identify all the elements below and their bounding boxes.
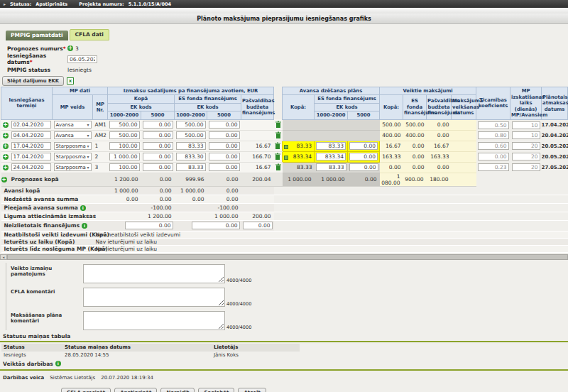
- laiks-input[interactable]: [512, 142, 540, 150]
- vm-pasv-value: 0.00: [427, 130, 452, 141]
- neizlietotais-kopa-input[interactable]: [125, 222, 173, 229]
- koef-input[interactable]: [478, 142, 509, 150]
- termins-input[interactable]: [11, 142, 51, 150]
- k1-input[interactable]: [109, 131, 140, 139]
- vm-kopa-value: 0.00: [380, 162, 403, 173]
- add-row-icon[interactable]: +: [3, 133, 9, 138]
- info-icon[interactable]: i: [80, 205, 86, 211]
- add-row-icon[interactable]: +: [3, 165, 9, 170]
- slept-dalijumu-ekk-button[interactable]: Slēpt dalījumu EKK: [2, 76, 64, 86]
- vm-kopa-value: 1 080.00: [380, 173, 403, 186]
- laiks-input[interactable]: [512, 121, 540, 129]
- table-summary: + Prognozes kopā 1 200.00 0.00 999.96 0.…: [1, 173, 568, 252]
- mp-row: +Starpposma▾2166.70833.34163.330.00163.3…: [1, 151, 568, 162]
- add-row-icon[interactable]: +: [3, 143, 9, 149]
- row-label: Ieturēts uz laiku (Kopā): [1, 238, 93, 245]
- mp-nr-value: 3: [93, 162, 108, 173]
- pieejama-avansa-row: Pieejamā avansa summai -100.00 -100.00: [1, 203, 568, 212]
- adp-5000-input[interactable]: [349, 142, 378, 150]
- tab-pmpig-pamatdati[interactable]: PMPIG pamatdati: [6, 31, 68, 40]
- ieturets-lidz-row: Ieturēts līdz noslēguma MP (Kopā) Nav ie…: [1, 245, 568, 252]
- add-row-icon[interactable]: +: [3, 154, 9, 160]
- delete-row-icon[interactable]: [275, 163, 281, 170]
- adp-1000-input[interactable]: [316, 163, 346, 171]
- delete-row-icon[interactable]: [275, 121, 281, 128]
- e2-input[interactable]: [209, 153, 240, 160]
- k1-input[interactable]: [109, 142, 140, 150]
- neizlietotais-es-input[interactable]: [192, 222, 240, 229]
- apstiprinat-button[interactable]: Apstiprināt: [114, 388, 157, 392]
- row-value: Nav neatbilstoši veikti izdevumi: [93, 231, 568, 238]
- expander-arrow-icon[interactable]: ▸: [4, 1, 6, 6]
- noraidit-button[interactable]: Noraidīt: [160, 388, 195, 392]
- e1-input[interactable]: [176, 131, 206, 139]
- k2-input[interactable]: [143, 121, 173, 129]
- recalc-icon[interactable]: [284, 156, 288, 160]
- termins-input[interactable]: [11, 163, 51, 171]
- mp-veids-select[interactable]: Starpposma▾: [54, 153, 92, 160]
- e1-input[interactable]: [176, 121, 206, 129]
- e2-input[interactable]: [209, 121, 240, 129]
- scroll-left-icon[interactable]: ◂: [0, 254, 7, 260]
- mp-veids-select[interactable]: Starpposma▾: [54, 142, 92, 150]
- k2-input[interactable]: [143, 131, 173, 139]
- scrollbar-thumb[interactable]: [7, 254, 568, 260]
- mp-veids-select[interactable]: Starpposma▾: [54, 163, 92, 171]
- info-icon[interactable]: i: [55, 361, 61, 366]
- e2-input[interactable]: [209, 142, 240, 150]
- delete-row-icon[interactable]: [275, 142, 280, 149]
- add-row-icon[interactable]: +: [3, 122, 9, 128]
- vm-es-value: 0.00: [403, 151, 427, 162]
- veikto-izmainu-textarea[interactable]: [83, 264, 225, 283]
- delete-row-icon[interactable]: [275, 153, 280, 160]
- k2-input[interactable]: [143, 142, 173, 150]
- horizontal-scrollbar[interactable]: ◂: [0, 254, 568, 260]
- laiks-input[interactable]: [512, 153, 540, 160]
- row-label: Ieturēts līdz noslēguma MP (Kopā): [1, 245, 93, 252]
- k1-input[interactable]: [109, 121, 140, 129]
- recalc-icon[interactable]: [284, 145, 288, 149]
- info-icon[interactable]: i: [82, 223, 87, 229]
- maksasanas-plana-textarea[interactable]: [83, 311, 225, 330]
- e2-input[interactable]: [209, 163, 240, 171]
- termins-input[interactable]: [11, 153, 51, 160]
- laiks-input[interactable]: [512, 163, 540, 171]
- col-mp-nr: MP Nr.: [93, 95, 108, 119]
- adp-1000-input[interactable]: [316, 142, 346, 150]
- e1-input[interactable]: [176, 153, 206, 160]
- iesniegsanas-datums-input[interactable]: [67, 55, 97, 63]
- termins-input[interactable]: [11, 131, 51, 139]
- laiks-input[interactable]: [512, 131, 540, 139]
- mp-veids-select[interactable]: Avansa▾: [54, 131, 92, 139]
- koef-input[interactable]: [478, 153, 509, 160]
- e1-input[interactable]: [176, 142, 206, 150]
- e1-input[interactable]: [176, 163, 206, 171]
- neizlietotais-pasv-input[interactable]: [243, 222, 273, 229]
- k2-input[interactable]: [143, 163, 173, 171]
- koef-input[interactable]: [478, 163, 509, 171]
- e2-input[interactable]: [209, 131, 240, 139]
- adp-1000-input[interactable]: [316, 153, 346, 160]
- koef-input[interactable]: [478, 131, 509, 139]
- tab-cfla-dati[interactable]: CFLA dati: [70, 29, 109, 40]
- excel-export-icon[interactable]: x: [67, 77, 74, 85]
- darbibas-veica-user: Sistēmas Lietotājs: [50, 375, 95, 381]
- k1-input[interactable]: [109, 153, 140, 160]
- char-counter: 4000/4000: [226, 301, 251, 307]
- atcelt-button[interactable]: Atcelt: [238, 388, 266, 392]
- adp-5000-input[interactable]: [349, 163, 378, 171]
- termins-input[interactable]: [11, 121, 51, 129]
- mp-veids-select[interactable]: Avansa▾: [54, 121, 92, 129]
- adp-5000-input[interactable]: [349, 153, 378, 160]
- add-row-icon[interactable]: +: [1, 177, 7, 183]
- k1-input[interactable]: [109, 163, 140, 171]
- vm-es-value: 900.00: [403, 173, 427, 186]
- delete-row-icon[interactable]: [275, 131, 281, 138]
- cfla-komentari-textarea[interactable]: [83, 288, 225, 307]
- add-prognoze-icon[interactable]: +: [67, 45, 73, 51]
- saglabat-button[interactable]: Saglabāt: [198, 388, 234, 392]
- koef-input[interactable]: [478, 121, 509, 129]
- pasv-value: 166.70: [241, 151, 274, 162]
- cfla-precizet-button[interactable]: CFLA precizēt: [61, 388, 111, 392]
- k2-input[interactable]: [143, 153, 173, 160]
